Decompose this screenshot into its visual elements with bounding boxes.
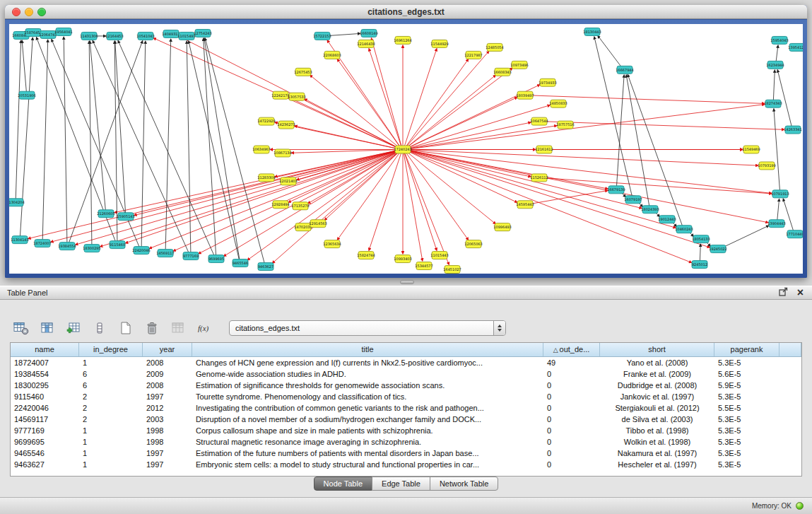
graph-edge[interactable] — [722, 226, 769, 248]
graph-edge[interactable] — [406, 68, 512, 148]
graph-node[interactable]: 12242179 — [271, 91, 289, 99]
graph-node[interactable]: 10867134 — [273, 149, 291, 157]
graph-node[interactable]: 19734933 — [539, 78, 556, 86]
graph-edge[interactable] — [774, 109, 780, 192]
graph-edge[interactable] — [404, 152, 437, 250]
graph-edge[interactable] — [773, 70, 775, 101]
graph-node[interactable]: 15824744 — [357, 252, 375, 259]
graph-node[interactable]: 10791913 — [771, 190, 789, 198]
graph-node[interactable]: 12217987 — [464, 51, 482, 59]
graph-edge[interactable] — [404, 152, 449, 264]
graph-node[interactable]: 12485054 — [486, 43, 503, 51]
splitter-handle[interactable] — [400, 280, 414, 284]
graph-node[interactable]: 12164453 — [105, 32, 123, 40]
graph-edge[interactable] — [291, 150, 399, 153]
zoom-window-button[interactable] — [37, 8, 46, 16]
tab-edge-table[interactable]: Edge Table — [372, 477, 430, 491]
graph-node[interactable]: 18300295 — [83, 245, 100, 252]
graph-node[interactable]: 10993403 — [394, 255, 411, 263]
graph-edge[interactable] — [134, 150, 399, 215]
graph-edge[interactable] — [310, 151, 399, 224]
graph-edge[interactable] — [543, 178, 772, 194]
graph-node[interactable]: 10541043 — [136, 32, 154, 40]
graph-edge[interactable] — [114, 150, 399, 212]
graph-node[interactable]: 14595443 — [516, 201, 534, 209]
graph-edge[interactable] — [179, 36, 399, 148]
graph-edge[interactable] — [404, 152, 423, 261]
graph-node[interactable]: 12365634 — [323, 240, 341, 248]
graph-node[interactable]: 11549469 — [742, 146, 760, 153]
graph-node[interactable]: 12675453 — [294, 68, 312, 76]
graph-node[interactable]: 12754243 — [194, 29, 211, 37]
graph-node[interactable]: 18130443 — [583, 28, 601, 35]
column-header-short[interactable]: short — [600, 343, 714, 356]
graph-edge[interactable] — [125, 151, 399, 243]
graph-edge[interactable] — [406, 151, 496, 224]
graph-node[interactable]: 11544929 — [430, 40, 448, 47]
graph-node[interactable]: 10973496 — [510, 61, 528, 69]
graph-node[interactable]: 14263341 — [784, 126, 801, 134]
column-header-pagerank[interactable]: pagerank — [714, 343, 779, 356]
graph-node[interactable]: 16079197 — [624, 196, 642, 204]
graph-edge[interactable] — [141, 41, 146, 247]
graph-node[interactable]: 16608149 — [360, 29, 377, 37]
add-column-icon[interactable] — [64, 319, 83, 337]
tab-network-table[interactable]: Network Table — [430, 477, 499, 491]
graph-edge[interactable] — [783, 199, 794, 232]
graph-node[interactable]: 18274343 — [764, 100, 782, 107]
graph-edge[interactable] — [371, 38, 401, 147]
column-header-title[interactable]: title — [192, 343, 543, 356]
graph-edge[interactable] — [407, 122, 531, 149]
graph-node[interactable]: 11283309 — [257, 174, 275, 182]
graph-edge[interactable] — [90, 41, 105, 211]
graph-node[interactable]: 15344577 — [415, 262, 433, 270]
graph-node[interactable]: 20531906 — [18, 91, 35, 99]
graph-edge[interactable] — [308, 151, 399, 203]
graph-edge[interactable] — [407, 105, 765, 149]
graph-node[interactable]: 17135278 — [291, 202, 309, 210]
graph-node[interactable]: 14722929 — [257, 117, 275, 125]
graph-edge[interactable] — [295, 126, 399, 149]
graph-edge[interactable] — [324, 151, 399, 220]
graph-node[interactable]: 11304204 — [9, 199, 25, 206]
graph-node[interactable]: 11304143 — [11, 236, 28, 244]
graph-node[interactable]: 9245012 — [692, 261, 707, 269]
column-header-out-degree[interactable]: △out_de... — [543, 343, 600, 356]
graph-edge[interactable] — [700, 244, 700, 262]
graph-node[interactable]: 9777169 — [183, 252, 199, 260]
graph-node[interactable]: 9463627 — [258, 263, 273, 271]
graph-node[interactable]: 16608343 — [493, 68, 511, 76]
graph-edge[interactable] — [406, 51, 489, 147]
graph-node[interactable]: 11431306 — [80, 32, 98, 40]
graph-edge[interactable] — [407, 150, 531, 177]
float-panel-icon[interactable] — [779, 286, 788, 299]
function-builder-icon[interactable]: f(x) — [194, 319, 214, 337]
close-window-button[interactable] — [12, 8, 20, 16]
graph-node[interactable]: 10460243 — [675, 226, 693, 233]
graph-node[interactable]: 12161612 — [535, 146, 553, 153]
graph-edge[interactable] — [149, 151, 399, 249]
graph-node[interactable]: 15905143 — [117, 213, 134, 221]
table-mode-icon[interactable] — [11, 319, 31, 337]
graph-edge[interactable] — [337, 59, 400, 147]
graph-edge[interactable] — [407, 151, 676, 228]
graph-edge[interactable] — [189, 41, 240, 260]
graph-node[interactable]: 13954122 — [788, 43, 803, 51]
graph-node[interactable]: 10634967 — [252, 146, 270, 153]
graph-node[interactable]: 16234944 — [766, 61, 784, 69]
graph-edge[interactable] — [326, 33, 360, 35]
table-row[interactable]: 946362711997Embryonic stem cells: a mode… — [11, 459, 801, 470]
graph-node[interactable]: 17710449 — [786, 230, 803, 238]
table-row[interactable]: 969969511998Structural magnetic resonanc… — [11, 436, 801, 448]
graph-node[interactable]: 15722153 — [313, 32, 331, 40]
graph-node[interactable]: 12914563 — [309, 220, 326, 228]
graph-node[interactable]: 14850833 — [549, 100, 567, 107]
graph-node[interactable]: 12928494 — [271, 201, 289, 209]
graph-node[interactable]: 13057533 — [288, 93, 305, 100]
minimize-window-button[interactable] — [25, 8, 33, 16]
graph-edge[interactable] — [16, 40, 20, 199]
column-header-name[interactable]: name — [11, 343, 79, 356]
delete-table-icon[interactable] — [142, 319, 162, 337]
graph-node[interactable]: 11015493 — [177, 32, 195, 40]
graph-node[interactable]: 19384554 — [58, 243, 76, 250]
